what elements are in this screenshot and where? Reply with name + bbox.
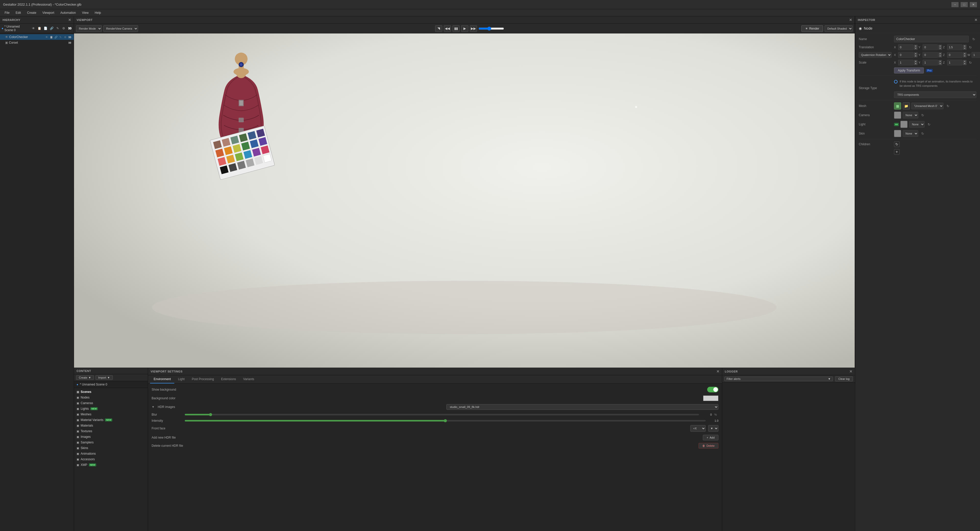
render-mode-select[interactable]: Render Mode — [76, 25, 102, 32]
content-item-animations[interactable]: ▣ Animations — [74, 451, 148, 456]
sz-up[interactable]: ▲ — [963, 60, 966, 62]
children-refresh-btn[interactable]: ↻ — [894, 142, 900, 147]
rz-up[interactable]: ▲ — [963, 52, 966, 55]
content-item-images[interactable]: ▣ Images — [74, 434, 148, 440]
bg-color-swatch[interactable] — [703, 395, 718, 401]
content-item-nodes[interactable]: ▣ Nodes — [74, 395, 148, 400]
camera-select[interactable]: None — [903, 112, 918, 118]
skin-select[interactable]: None — [903, 130, 918, 137]
content-item-material-variants[interactable]: ▣ Material Variants NEW — [74, 417, 148, 423]
tree-colorchecker-edit[interactable]: ✎ — [59, 35, 62, 39]
tz-down[interactable]: ▼ — [963, 47, 966, 50]
rotation-y-input[interactable] — [923, 52, 938, 58]
sz-down[interactable]: ▼ — [963, 62, 966, 65]
scale-x-input[interactable] — [898, 60, 913, 65]
rotation-w-input[interactable] — [972, 52, 980, 58]
tx-down[interactable]: ▼ — [914, 47, 918, 50]
mesh-select[interactable]: 'Unnamed Mesh 0' — [912, 103, 943, 109]
menu-view[interactable]: View — [80, 10, 91, 15]
hierarchy-vis-btn[interactable]: 👀 — [67, 26, 72, 31]
sy-down[interactable]: ▼ — [939, 62, 942, 65]
tab-post-processing[interactable]: Post Processing — [188, 375, 218, 383]
intensity-thumb[interactable] — [444, 419, 447, 422]
logger-clear-btn[interactable]: Clear log — [835, 376, 853, 381]
light-color-box[interactable] — [900, 121, 907, 128]
name-input[interactable] — [894, 36, 969, 42]
logger-close[interactable]: ✕ — [850, 369, 853, 373]
tree-colorchecker-link[interactable]: 🔗 — [54, 35, 58, 39]
menu-viewport[interactable]: Viewport — [40, 10, 57, 15]
tab-variants[interactable]: Variants — [240, 375, 258, 383]
hdr-chevron-icon[interactable]: ▼ — [151, 405, 155, 409]
skin-reset-btn[interactable]: ↻ — [920, 131, 925, 136]
menu-file[interactable]: File — [2, 10, 12, 15]
camera-color-box[interactable] — [894, 112, 901, 119]
rx-down[interactable]: ▼ — [914, 55, 918, 57]
translation-z-input[interactable] — [947, 45, 963, 50]
menu-create[interactable]: Create — [24, 10, 39, 15]
content-item-textures[interactable]: ▣ Textures — [74, 428, 148, 434]
content-item-xmp[interactable]: ▣ XMP NEW — [74, 462, 148, 468]
tz-up[interactable]: ▲ — [963, 45, 966, 47]
tab-light[interactable]: Light — [174, 375, 188, 383]
scale-reset-btn[interactable]: ↻ — [967, 60, 973, 65]
apply-transform-btn[interactable]: Apply Transform — [894, 67, 924, 73]
ty-up[interactable]: ▲ — [939, 45, 942, 47]
sy-up[interactable]: ▲ — [939, 60, 942, 62]
show-bg-toggle[interactable] — [707, 387, 718, 392]
timeline-scrubber[interactable] — [479, 27, 504, 30]
content-item-meshes[interactable]: ▣ Meshes — [74, 411, 148, 417]
tree-colorchecker-copy[interactable]: 📋 — [49, 35, 53, 39]
add-child-btn[interactable]: + — [894, 149, 900, 155]
content-item-materials[interactable]: ▣ Materials — [74, 423, 148, 428]
minimize-button[interactable]: − — [951, 2, 959, 7]
skin-color-box[interactable] — [894, 130, 901, 137]
blur-thumb[interactable] — [209, 413, 212, 416]
camera-select[interactable]: RenderView Camera — [103, 25, 138, 32]
ry-up[interactable]: ▲ — [939, 52, 942, 55]
viewport-next-btn[interactable]: ▶▶ — [470, 25, 477, 32]
viewport-prev-btn[interactable]: ◀◀ — [444, 25, 451, 32]
light-reset-btn[interactable]: ↻ — [926, 121, 932, 127]
content-item-samplers[interactable]: ▣ Samplers — [74, 440, 148, 445]
front-face-value-select[interactable]: +X — [690, 425, 706, 432]
sx-up[interactable]: ▲ — [914, 60, 918, 62]
hierarchy-paste-btn[interactable]: 📄 — [43, 26, 48, 31]
rotation-x-input[interactable] — [898, 52, 913, 58]
viewport-play-btn[interactable]: ▶ — [461, 25, 468, 32]
camera-reset-btn[interactable]: ↻ — [920, 112, 925, 118]
translation-y-input[interactable] — [923, 45, 938, 50]
content-item-cameras[interactable]: ▣ Cameras — [74, 400, 148, 406]
logger-filter-dropdown[interactable]: Filter alerts ▼ — [724, 376, 833, 381]
content-item-lights[interactable]: ▣ Lights NEW — [74, 406, 148, 411]
maximize-button[interactable]: □ — [961, 2, 968, 7]
sx-down[interactable]: ▼ — [914, 62, 918, 65]
viewport-scene-btn[interactable]: ◥ — [435, 25, 442, 32]
tree-colorchecker-eye[interactable]: 👁 — [45, 35, 49, 39]
tree-item-colorchecker[interactable]: 👁 ColorChecker 👁 📋 🔗 ✎ ⚙ 👀 — [0, 34, 74, 40]
viewport-close[interactable]: ✕ — [849, 18, 853, 22]
storage-radio[interactable] — [894, 80, 897, 83]
ty-down[interactable]: ▼ — [939, 47, 942, 50]
content-create-btn[interactable]: Create ▼ — [76, 375, 94, 380]
mesh-folder-btn[interactable]: 📁 — [903, 102, 910, 110]
render-button[interactable]: ☀ Render — [801, 25, 823, 32]
scale-y-input[interactable] — [923, 60, 938, 65]
hierarchy-close[interactable]: ✕ — [68, 18, 72, 22]
tree-corset-vis[interactable]: 👀 — [68, 41, 72, 45]
content-item-scenes[interactable]: ▣ Scenes — [74, 389, 148, 395]
tree-colorchecker-vis[interactable]: 👀 — [68, 35, 72, 39]
content-item-skins[interactable]: ▣ Skins — [74, 445, 148, 451]
menu-automation[interactable]: Automation — [58, 10, 79, 15]
content-item-accessors[interactable]: ▣ Accessors — [74, 456, 148, 462]
hierarchy-settings-btn[interactable]: ⚙ — [61, 26, 66, 31]
scale-z-input[interactable] — [947, 60, 963, 65]
rotation-type-select[interactable]: Quaternion Rotation — [859, 52, 892, 58]
rz-down[interactable]: ▼ — [963, 55, 966, 57]
front-face-dropdown[interactable]: ▼ — [708, 425, 718, 432]
tree-item-corset[interactable]: ▣ Corset 👀 — [0, 40, 74, 45]
add-hdr-btn[interactable]: + Add — [703, 435, 718, 440]
mesh-reset-btn[interactable]: ↻ — [945, 103, 951, 109]
rotation-z-input[interactable] — [947, 52, 963, 58]
rx-up[interactable]: ▲ — [914, 52, 918, 55]
